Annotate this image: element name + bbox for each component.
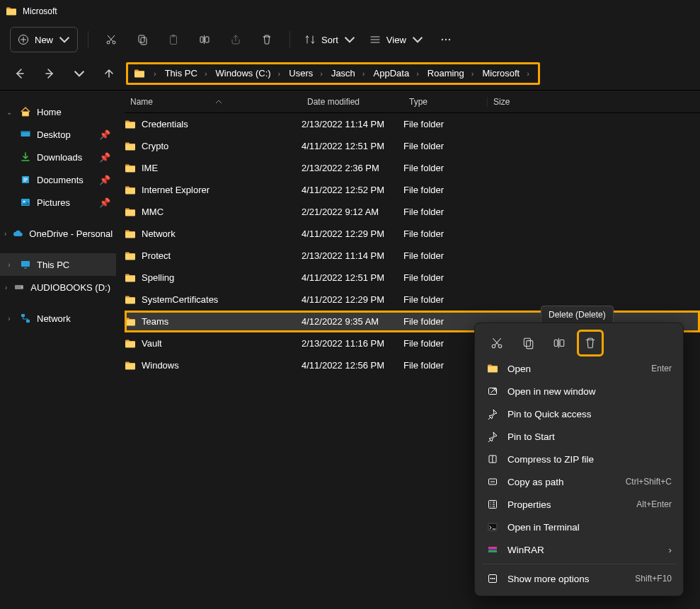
window-folder-icon bbox=[6, 6, 17, 17]
column-date[interactable]: Date modified bbox=[302, 97, 403, 107]
ctx-item-label: WinRAR bbox=[507, 545, 544, 555]
file-date: 4/11/2022 12:29 PM bbox=[302, 228, 384, 239]
table-row[interactable]: Network4/11/2022 12:29 PMFile folder bbox=[125, 223, 700, 245]
file-type: File folder bbox=[403, 360, 444, 371]
sort-ascending-icon bbox=[215, 98, 222, 105]
list-view-icon bbox=[369, 34, 381, 45]
ctx-item-winrar[interactable]: WinRAR › bbox=[475, 538, 683, 561]
sidebar-item-label: OneDrive - Personal bbox=[29, 228, 113, 239]
ctx-item-label: Pin to Start bbox=[507, 431, 555, 442]
table-row[interactable]: Protect2/13/2022 11:14 PMFile folder bbox=[125, 245, 700, 267]
breadcrumb-item[interactable]: Jasch› bbox=[328, 68, 368, 79]
ctx-item-copy-path[interactable]: Copy as path Ctrl+Shift+C bbox=[475, 470, 683, 493]
view-button[interactable]: View bbox=[365, 27, 428, 52]
svg-rect-25 bbox=[524, 338, 530, 346]
ellipsis-icon bbox=[440, 34, 452, 45]
breadcrumb-sep[interactable]: › bbox=[148, 69, 159, 78]
ctx-cut-button[interactable] bbox=[485, 331, 509, 355]
ctx-item-shortcut: Alt+Enter bbox=[636, 499, 672, 509]
ctx-item-compress-zip[interactable]: Compress to ZIP file bbox=[475, 448, 683, 470]
table-row[interactable]: Spelling4/11/2022 12:51 PMFile folder bbox=[125, 267, 700, 289]
ctx-item-pin-quick[interactable]: Pin to Quick access bbox=[475, 402, 683, 425]
cut-button[interactable] bbox=[98, 27, 124, 52]
ctx-copy-button[interactable] bbox=[516, 331, 540, 355]
table-row[interactable]: SystemCertificates4/11/2022 12:29 PMFile… bbox=[125, 289, 700, 311]
file-name: MMC bbox=[142, 207, 163, 217]
network-icon bbox=[20, 313, 31, 324]
more-button[interactable] bbox=[433, 27, 459, 52]
svg-point-10 bbox=[445, 39, 447, 40]
ctx-delete-button[interactable] bbox=[578, 331, 602, 355]
history-button[interactable] bbox=[67, 61, 92, 86]
breadcrumb-item[interactable]: Users› bbox=[286, 68, 326, 79]
breadcrumb-item[interactable]: Microsoft› bbox=[480, 68, 532, 79]
folder-icon bbox=[125, 338, 136, 349]
ctx-item-pin-start[interactable]: Pin to Start bbox=[475, 425, 683, 448]
ctx-item-open-terminal[interactable]: Open in Terminal bbox=[475, 516, 683, 538]
table-row[interactable]: Internet Explorer4/11/2022 12:52 PMFile … bbox=[125, 179, 700, 201]
up-button[interactable] bbox=[96, 61, 122, 86]
ctx-item-open-new-window[interactable]: Open in new window bbox=[475, 380, 683, 402]
table-row[interactable]: IME2/13/2022 2:36 PMFile folder bbox=[125, 157, 700, 179]
rename-icon bbox=[553, 337, 566, 349]
delete-button[interactable] bbox=[254, 27, 280, 52]
breadcrumb[interactable]: › This PC› Windows (C:)› Users› Jasch› A… bbox=[126, 62, 540, 85]
ctx-item-open[interactable]: Open Enter bbox=[475, 357, 683, 380]
breadcrumb-item[interactable]: Windows (C:)› bbox=[213, 68, 284, 79]
breadcrumb-item[interactable]: Roaming› bbox=[425, 68, 477, 79]
scissors-icon bbox=[490, 337, 503, 349]
breadcrumb-item[interactable]: AppData› bbox=[371, 68, 422, 79]
breadcrumb-item[interactable]: This PC› bbox=[162, 68, 210, 79]
folder-icon bbox=[125, 141, 136, 152]
sidebar-item-desktop[interactable]: Desktop 📌 bbox=[0, 123, 116, 146]
file-name: Internet Explorer bbox=[142, 185, 210, 195]
ctx-item-label: Open in Terminal bbox=[507, 522, 580, 533]
table-row[interactable]: MMC2/21/2022 9:12 AMFile folder bbox=[125, 201, 700, 223]
file-type: File folder bbox=[403, 185, 444, 195]
svg-rect-27 bbox=[554, 340, 558, 347]
column-date-label: Date modified bbox=[307, 97, 360, 107]
rename-button[interactable] bbox=[192, 27, 217, 52]
column-size[interactable]: Size bbox=[487, 97, 544, 107]
context-menu: Open Enter Open in new window Pin to Qui… bbox=[474, 323, 684, 596]
sidebar-item-label: Pictures bbox=[37, 197, 70, 208]
sidebar-item-label: Home bbox=[37, 107, 62, 117]
ctx-item-properties[interactable]: Properties Alt+Enter bbox=[475, 493, 683, 516]
window-title: Microsoft bbox=[23, 6, 57, 16]
table-row[interactable]: Crypto4/11/2022 12:51 PMFile folder bbox=[125, 135, 700, 157]
ctx-item-show-more[interactable]: Show more options Shift+F10 bbox=[475, 567, 683, 590]
back-button[interactable] bbox=[7, 61, 33, 86]
ctx-item-shortcut: Shift+F10 bbox=[635, 574, 672, 584]
new-button[interactable]: New bbox=[10, 27, 78, 52]
sidebar-item-audiobooks[interactable]: › AUDIOBOOKS (D:) bbox=[0, 276, 116, 298]
sidebar-item-downloads[interactable]: Downloads 📌 bbox=[0, 146, 116, 168]
column-type[interactable]: Type bbox=[403, 97, 487, 107]
pin-icon: 📌 bbox=[99, 197, 110, 208]
file-date: 2/13/2022 11:14 PM bbox=[302, 119, 384, 129]
folder-icon bbox=[125, 316, 136, 327]
chevron-down-icon bbox=[344, 34, 355, 45]
sidebar-item-this-pc[interactable]: › This PC bbox=[0, 253, 116, 276]
clipboard-icon bbox=[168, 34, 179, 45]
titlebar: Microsoft bbox=[0, 0, 700, 23]
sidebar-item-onedrive[interactable]: › OneDrive - Personal bbox=[0, 222, 116, 245]
file-date: 2/21/2022 9:12 AM bbox=[302, 207, 379, 217]
sort-button[interactable]: Sort bbox=[300, 27, 360, 52]
arrow-left-icon bbox=[14, 68, 25, 79]
column-name[interactable]: Name bbox=[125, 97, 302, 107]
sidebar-item-network[interactable]: › Network bbox=[0, 307, 116, 330]
context-menu-icon-row bbox=[475, 329, 683, 357]
pin-icon bbox=[486, 407, 499, 420]
chevron-down-icon bbox=[59, 34, 70, 45]
sidebar-item-documents[interactable]: Documents 📌 bbox=[0, 168, 116, 191]
sidebar-item-pictures[interactable]: Pictures 📌 bbox=[0, 191, 116, 214]
file-name: Credentials bbox=[142, 119, 188, 129]
forward-button[interactable] bbox=[37, 61, 62, 86]
sidebar-item-home[interactable]: ⌄ Home bbox=[0, 100, 116, 123]
chevron-right-icon: › bbox=[4, 261, 14, 269]
ctx-rename-button[interactable] bbox=[547, 331, 571, 355]
table-row[interactable]: Credentials2/13/2022 11:14 PMFile folder bbox=[125, 113, 700, 135]
toolbar-separator bbox=[88, 31, 88, 48]
file-date: 4/11/2022 12:51 PM bbox=[302, 141, 384, 151]
copy-button[interactable] bbox=[130, 27, 155, 52]
